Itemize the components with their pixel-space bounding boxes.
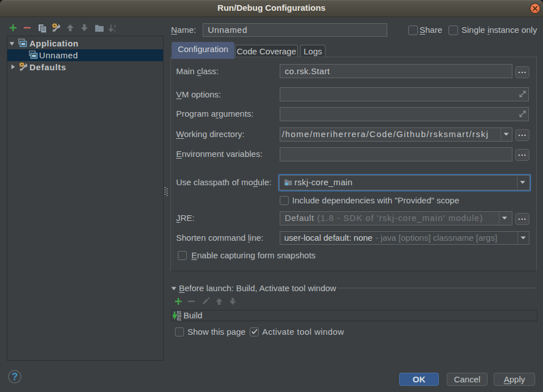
svg-text:?: ?	[12, 371, 18, 382]
svg-text:a: a	[114, 23, 117, 28]
svg-text:z: z	[114, 28, 116, 33]
svg-text:01: 01	[177, 317, 182, 321]
